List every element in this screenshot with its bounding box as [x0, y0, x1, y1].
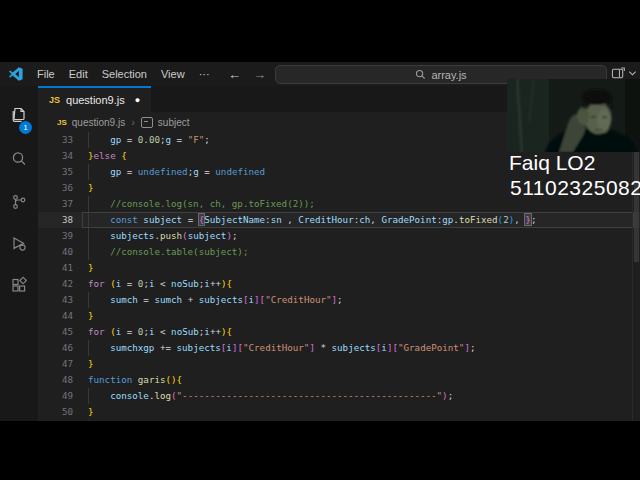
code-line-48[interactable]: 48function garis(){ — [38, 372, 640, 388]
modified-dot-icon[interactable]: ● — [135, 95, 140, 105]
line-number[interactable]: 44 — [38, 308, 73, 324]
line-number[interactable]: 45 — [38, 324, 73, 340]
line-number[interactable]: 49 — [38, 388, 73, 404]
chevron-down-icon[interactable] — [628, 69, 637, 78]
line-number[interactable]: 34 — [38, 148, 73, 164]
menu-edit[interactable]: Edit — [62, 62, 95, 86]
extensions-icon[interactable] — [10, 276, 28, 294]
menu-overflow[interactable]: ··· — [192, 62, 217, 86]
code-text: } — [88, 260, 94, 276]
code-line-50[interactable]: 50} — [38, 404, 640, 420]
line-number[interactable]: 40 — [38, 244, 73, 260]
code-text: //console.log(sn, ch, gp.toFixed(2)); — [88, 196, 315, 212]
code-line-44[interactable]: 44} — [38, 308, 640, 324]
code-text: //console.table(subject); — [88, 244, 248, 260]
history-nav: ← → — [222, 62, 272, 86]
line-number[interactable]: 37 — [38, 196, 73, 212]
code-text: for (i = 0;i < noSub;i++){ — [88, 276, 232, 292]
code-text: subjects.push(subject); — [88, 228, 237, 244]
breadcrumb-separator: › — [131, 116, 135, 128]
run-debug-icon[interactable] — [10, 235, 28, 253]
code-line-45[interactable]: 45for (i = 0;i < noSub;i++){ — [38, 324, 640, 340]
menu-bar: File Edit Selection View ··· — [30, 62, 217, 86]
line-number[interactable]: 43 — [38, 292, 73, 308]
presenter-student-id: 51102325082 — [510, 175, 640, 200]
menu-file[interactable]: File — [30, 62, 62, 86]
code-text: sumch = sumch + subjects[i]["CreditHour"… — [88, 292, 343, 308]
code-text: } — [88, 356, 94, 372]
line-number[interactable]: 35 — [38, 164, 73, 180]
code-line-39[interactable]: 39 subjects.push(subject); — [38, 228, 640, 244]
breadcrumb-file[interactable]: question9.js — [72, 117, 125, 128]
code-text: } — [88, 308, 94, 324]
code-line-46[interactable]: 46 sumchxgp += subjects[i]["CreditHour"]… — [38, 340, 640, 356]
letterbox-top — [0, 0, 640, 62]
code-text: sumchxgp += subjects[i]["CreditHour"] * … — [88, 340, 475, 356]
code-text: function garis(){ — [88, 372, 182, 388]
code-text: } — [88, 180, 94, 196]
code-text: gp = 0.00;g = "F"; — [88, 132, 210, 148]
code-text: const subject = {SubjectName:sn , Credit… — [88, 212, 536, 228]
explorer-badge: 1 — [19, 121, 32, 134]
back-arrow-icon[interactable]: ← — [222, 67, 247, 82]
code-text: } — [88, 404, 94, 420]
menu-view[interactable]: View — [154, 62, 192, 86]
line-number[interactable]: 48 — [38, 372, 73, 388]
line-number[interactable]: 47 — [38, 356, 73, 372]
symbol-field-icon — [141, 117, 153, 128]
code-line-47[interactable]: 47} — [38, 356, 640, 372]
breadcrumb-symbol[interactable]: subject — [158, 117, 190, 128]
code-text: }else { — [88, 148, 127, 164]
line-number[interactable]: 36 — [38, 180, 73, 196]
code-text: console.log("---------------------------… — [88, 388, 453, 404]
search-sidebar-icon[interactable] — [10, 150, 28, 168]
tab-question9js[interactable]: JS question9.js ● — [38, 86, 151, 112]
code-line-38[interactable]: 38 const subject = {SubjectName:sn , Cre… — [38, 212, 640, 228]
search-icon — [415, 69, 426, 80]
code-line-41[interactable]: 41} — [38, 260, 640, 276]
line-number[interactable]: 39 — [38, 228, 73, 244]
line-number[interactable]: 33 — [38, 132, 73, 148]
line-number[interactable]: 46 — [38, 340, 73, 356]
code-text: gp = undefined;g = undefined — [88, 164, 265, 180]
js-file-icon: JS — [49, 95, 60, 105]
code-line-40[interactable]: 40 //console.table(subject); — [38, 244, 640, 260]
activity-bar: 1 — [0, 86, 38, 421]
code-text: for (i = 0;i < noSub;i++){ — [88, 324, 232, 340]
line-number[interactable]: 38 — [38, 212, 73, 228]
menu-selection[interactable]: Selection — [95, 62, 154, 86]
line-number[interactable]: 42 — [38, 276, 73, 292]
source-control-icon[interactable] — [10, 193, 28, 211]
js-file-icon: JS — [57, 118, 67, 127]
vscode-logo-icon — [8, 66, 24, 82]
search-value: array.js — [431, 69, 466, 81]
presenter-name: Faiq LO2 — [509, 150, 595, 175]
forward-arrow-icon[interactable]: → — [247, 67, 272, 82]
code-line-49[interactable]: 49 console.log("------------------------… — [38, 388, 640, 404]
code-line-42[interactable]: 42for (i = 0;i < noSub;i++){ — [38, 276, 640, 292]
letterbox-bottom — [0, 421, 640, 480]
code-line-43[interactable]: 43 sumch = sumch + subjects[i]["CreditHo… — [38, 292, 640, 308]
webcam-overlay — [507, 79, 640, 152]
tab-label: question9.js — [66, 94, 125, 106]
line-number[interactable]: 50 — [38, 404, 73, 420]
line-number[interactable]: 41 — [38, 260, 73, 276]
